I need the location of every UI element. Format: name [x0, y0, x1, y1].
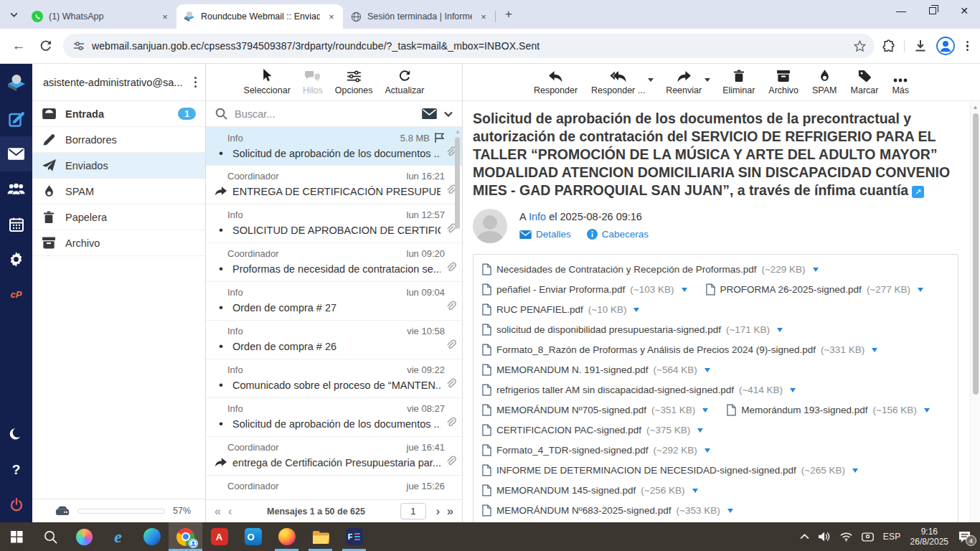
attachment-item[interactable]: Memorándum 193-signed.pdf (~156 KB) [727, 400, 930, 420]
attachment-menu-caret-icon[interactable] [777, 328, 783, 335]
taskbar-ie-button[interactable]: e [101, 522, 135, 551]
archive-button[interactable]: Archivo [768, 69, 798, 100]
taskbar-clock[interactable]: 9:16 26/8/2025 [910, 527, 948, 547]
message-row[interactable]: Info 5.8 MB • Solicitud de aprobación de… [206, 127, 462, 166]
taskbar-forms-button[interactable]: F [337, 522, 371, 551]
attachment-item[interactable]: MEMORANDUM 145-signed.pdf (~256 KB) [482, 480, 698, 500]
more-button[interactable]: Más [892, 69, 909, 100]
search-options-chevron-icon[interactable] [444, 111, 453, 117]
notification-center-button[interactable]: 4 [958, 531, 971, 543]
reply-all-button[interactable]: Responder ... [591, 69, 652, 100]
rail-contacts-button[interactable] [0, 171, 32, 207]
reply-button[interactable]: Responder [534, 69, 578, 100]
tab-search-button[interactable] [4, 5, 23, 24]
attachment-menu-caret-icon[interactable] [692, 489, 698, 496]
url-text[interactable]: webmail.sanjuan.gob.ec/cpsess3794509387/… [92, 40, 843, 52]
attachment-item[interactable]: Formato_4_TDR-signed-signed.pdf (~292 KB… [482, 440, 710, 460]
message-row[interactable]: Info vie 08:27 • Solicitud de aprobación… [206, 398, 462, 437]
rail-help-button[interactable]: ? [0, 452, 32, 487]
attachment-item[interactable]: MEMORÁNDUM Nº705-signed.pdf (~351 KB) [482, 400, 708, 420]
language-indicator[interactable]: ESP [883, 532, 901, 542]
spam-button[interactable]: SPAM [812, 69, 837, 100]
rail-settings-button[interactable] [0, 242, 32, 277]
search-input[interactable] [235, 108, 415, 120]
chevron-down-icon[interactable] [648, 78, 654, 85]
reload-button[interactable] [36, 36, 56, 56]
message-row[interactable]: Info vie 09:22 • Comunicado sobre el pro… [206, 359, 462, 398]
extensions-icon[interactable] [882, 39, 895, 53]
page-number-input[interactable]: 1 [400, 503, 426, 519]
folder-entrada[interactable]: Entrada 1 [32, 101, 205, 127]
attachment-menu-caret-icon[interactable] [924, 408, 930, 415]
attachment-menu-caret-icon[interactable] [918, 288, 923, 295]
attachment-menu-caret-icon[interactable] [852, 468, 858, 476]
message-row[interactable]: Coordinador jue 16:41 • entrega de Certi… [206, 437, 462, 476]
attachment-item[interactable]: PROFORMA 26-2025-signed.pdf (~277 KB) [706, 279, 924, 299]
details-toggle[interactable]: Detalles [519, 229, 571, 240]
message-row[interactable]: Coordinador jue 15:26 • [206, 476, 462, 499]
attachment-item[interactable]: CERTIFICACION PAC-signed.pdf (~375 KB) [482, 420, 703, 440]
next-page-button[interactable]: › [436, 506, 440, 517]
delete-button[interactable]: Eliminar [722, 69, 755, 100]
taskbar-outlook-button[interactable]: O [236, 522, 270, 551]
list-scrollbar-thumb[interactable] [455, 137, 460, 229]
tab-close-icon[interactable]: × [326, 11, 337, 22]
last-page-button[interactable]: » [447, 506, 453, 517]
attachment-menu-caret-icon[interactable] [872, 348, 877, 355]
meet-now-icon[interactable] [862, 532, 874, 542]
message-row[interactable]: Info lun 12:57 • SOLICITUD DE APROBACION… [206, 204, 462, 243]
wifi-icon[interactable] [840, 532, 852, 542]
chevron-down-icon[interactable] [705, 78, 710, 85]
folder-papelera[interactable]: Papelera [32, 204, 205, 230]
attachment-item[interactable]: Necesidades de Contratación y Recepción … [482, 259, 819, 279]
attachment-menu-caret-icon[interactable] [727, 509, 733, 516]
forward-button[interactable]: Reenviar [666, 69, 709, 100]
headers-toggle[interactable]: Cabeceras [587, 229, 649, 240]
recipient-link[interactable]: Info [529, 211, 546, 222]
window-close-button[interactable]: ✕ [948, 0, 980, 22]
scroll-up-icon[interactable]: ▲ [971, 102, 980, 110]
tab-close-icon[interactable]: × [159, 11, 171, 22]
taskbar-copilot-button[interactable] [67, 522, 101, 551]
profile-avatar[interactable] [936, 37, 955, 55]
attachment-menu-caret-icon[interactable] [813, 268, 819, 275]
attachment-item[interactable]: INFORME DE DETERMINACION DE NECESIDAD-si… [482, 460, 858, 480]
reader-scrollbar-thumb[interactable] [973, 113, 979, 395]
list-scrollbar[interactable]: ▲ [454, 128, 461, 499]
downloads-icon[interactable] [913, 39, 928, 53]
window-minimize-button[interactable]: — [885, 0, 917, 22]
attachment-menu-caret-icon[interactable] [705, 368, 710, 375]
attachment-menu-caret-icon[interactable] [697, 428, 703, 435]
attachment-item[interactable]: RUC PENAFIEL.pdf (~10 KB) [482, 299, 639, 319]
folder-borradores[interactable]: Borradores [32, 127, 205, 153]
tab-close-icon[interactable]: × [478, 11, 489, 22]
browser-menu-icon[interactable] [963, 38, 971, 55]
attachment-item[interactable]: MEMORANDUM N. 191-signed.pdf (~564 KB) [482, 359, 710, 380]
taskbar-firefox-button[interactable] [270, 522, 303, 551]
rail-logout-button[interactable] [0, 487, 32, 522]
attachment-item[interactable]: solicitud de disponibilidad presupuestar… [482, 319, 783, 339]
message-row[interactable]: Coordinador lun 16:21 • ENTREGA DE CERTI… [206, 166, 462, 204]
tab-whatsapp[interactable]: (1) WhatsApp × [24, 4, 176, 29]
message-row[interactable]: Info vie 10:58 • Orden de compra # 26 [206, 321, 462, 359]
taskbar-edge-button[interactable] [135, 522, 169, 551]
attachment-menu-caret-icon[interactable] [790, 388, 796, 395]
tab-roundcube-active[interactable]: Roundcube Webmail :: Enviados × [176, 4, 343, 29]
message-row[interactable]: Coordinador lun 09:20 • Proformas de nec… [206, 243, 462, 282]
rail-calendar-button[interactable] [0, 207, 32, 242]
site-settings-icon[interactable] [73, 40, 85, 52]
address-bar[interactable]: webmail.sanjuan.gob.ec/cpsess3794509387/… [63, 34, 875, 58]
open-in-new-window-icon[interactable]: ↗ [912, 186, 924, 198]
refresh-button[interactable]: Actualizar [385, 69, 425, 100]
taskbar-chrome-button[interactable] [169, 522, 202, 551]
rail-cpanel-button[interactable]: cP [0, 277, 32, 312]
attachment-item[interactable]: MEMORÁNDUM Nº683-2025-signed.pdf (~353 K… [482, 500, 733, 520]
start-button[interactable] [0, 522, 34, 551]
folder-spam[interactable]: SPAM [32, 179, 205, 204]
taskbar-explorer-button[interactable] [303, 522, 337, 551]
folder-menu-icon[interactable] [192, 74, 199, 90]
attachment-menu-caret-icon[interactable] [702, 408, 708, 415]
flag-icon[interactable] [434, 132, 445, 143]
taskbar-search-button[interactable] [34, 522, 67, 551]
search-scope-mail-icon[interactable] [422, 108, 437, 119]
